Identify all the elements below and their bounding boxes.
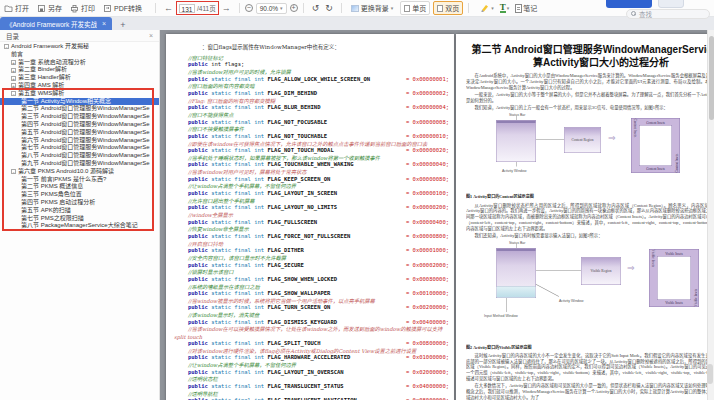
new-tab-button[interactable]: +	[120, 20, 125, 30]
bookmark-item[interactable]: 第二节 PKMS 概述信息	[0, 183, 159, 191]
bookmark-item[interactable]: 第八节 PackageManagerService大综合笔记	[0, 222, 159, 230]
next-page-button[interactable]: →	[222, 3, 231, 13]
bookmark-tree: -Android Framework 开发揭秘前言+第一章 系统启动流程分析+第…	[0, 42, 159, 400]
code-comment: //透明状态栏	[174, 376, 446, 383]
toolbar-separator	[468, 3, 469, 13]
code-comment: //让window占满整个手机屏幕，不留任何边界	[174, 361, 446, 368]
printer-icon	[70, 4, 79, 13]
page-number-input[interactable]: 131	[179, 4, 195, 13]
bookmark-item[interactable]: -Android Framework 开发揭秘	[0, 43, 159, 51]
bookmark-item[interactable]: 第六节 Android窗口管理服务WindowManagerSe	[0, 137, 159, 145]
text-color-tool[interactable]: T ▾	[500, 3, 510, 13]
save-as-button[interactable]: 另存	[37, 3, 62, 13]
code-comment: //锁屏时显示该窗口	[174, 268, 446, 275]
note-label: 笔记	[523, 3, 537, 13]
zoom-level-select[interactable]: 90.0%▾	[256, 3, 287, 14]
figure1-diagram: Status Bar Activity Window Content Regio…	[466, 112, 714, 192]
collapse-icon[interactable]: -	[11, 91, 16, 96]
bookmark-label: 第三节 Android窗口管理服务WindowManagerSe	[21, 113, 150, 121]
bookmark-item[interactable]: 第五节 APK的扫描	[0, 207, 159, 215]
open-button[interactable]: 打开	[4, 3, 29, 13]
bookmark-item[interactable]: +第三章 Handler解析	[0, 74, 159, 82]
bookmark-item[interactable]: 第五节 Android窗口管理服务WindowManagerSe	[0, 129, 159, 137]
bookmark-item[interactable]: 第三节 PKMS角色位置	[0, 191, 159, 199]
status-bar-strip	[497, 121, 536, 124]
bookmark-item[interactable]: +第二章 Binder解析	[0, 66, 159, 74]
rotate-left-button[interactable]: ↺	[312, 3, 320, 13]
tab-android-framework[interactable]: 《Android Framework 开发实战 ×	[0, 17, 112, 30]
diagram-line	[516, 162, 517, 167]
bookmark-label: 第七节 Android窗口管理服务WindowManagerSe	[21, 144, 150, 152]
content-insets-label-right: Content Insets	[673, 119, 679, 173]
bookmark-item[interactable]: -第五章 WMS解析	[0, 90, 159, 98]
code-flag-constant: public static final int FLAG_DITHER= 0x0…	[174, 247, 446, 254]
paragraph: 一般来说，Activity窗口的大小等于整个屏幕的大小，但是它并不占据着整块屏幕…	[466, 92, 714, 104]
bookmark-item[interactable]: +第四章 AMS 解析	[0, 82, 159, 90]
expand-icon[interactable]: +	[11, 60, 16, 65]
bookmark-item[interactable]: 前言	[0, 51, 159, 59]
document-view[interactable]: ：窗口flags显示属性在WindowManager中也有定义： //窗口特征标…	[160, 30, 714, 400]
zoom-out-icon[interactable]: −	[245, 4, 253, 12]
highlighter-icon	[480, 3, 490, 13]
highlighter-tool[interactable]: ▾	[480, 3, 494, 13]
bookmark-label: 第四节 Android窗口管理服务WindowManagerSe	[21, 121, 150, 129]
floating-scroll-widget[interactable]	[707, 364, 713, 384]
prev-page-button[interactable]: ←	[164, 3, 173, 13]
bookmark-label: 第一节 前言|PKMS 是什么东西?	[21, 176, 106, 184]
expand-icon[interactable]: +	[11, 68, 16, 73]
tab-close-icon[interactable]: ×	[102, 20, 106, 27]
code-flag-constant: public static final int FLAG_LAYOUT_NO_L…	[174, 204, 446, 211]
search-box[interactable]: 查找	[626, 9, 710, 19]
titlebar-primary-button[interactable]	[606, 0, 652, 8]
code-comment: //Flag: 窗口后面的所有内容都变模糊	[174, 97, 446, 104]
sidebar-close-icon[interactable]: ×	[149, 32, 153, 39]
bookmark-item[interactable]: 第八节 Android窗口管理服务WindowManagerSe	[0, 152, 159, 160]
bookmark-item[interactable]: 第一节 Activity与Window相关概念	[0, 98, 159, 106]
visible-region-box: Visible Region	[581, 257, 621, 285]
expand-icon[interactable]: +	[11, 83, 16, 88]
activity-window-box	[496, 120, 536, 162]
page-right-article: 第二节 Android窗口管理服务WindowManagerService 计算…	[456, 34, 714, 400]
bookmark-item[interactable]: 第四节 PKMS 启动过程分析	[0, 199, 159, 207]
code-comment: //当手机处于睡眠状态时，如果屏幕被按下，那么该window将第一个收到触摸事件	[174, 154, 446, 161]
bookmark-item[interactable]: 第二节 Android窗口管理服务WindowManagerSe	[0, 105, 159, 113]
code-flag-constant: public static final int FLAG_DISMISS_KEY…	[174, 318, 446, 325]
single-page-toggle[interactable]: 单页	[400, 1, 430, 15]
bookmark-item[interactable]: 第七节 PMS之权限扫描	[0, 215, 159, 223]
double-page-icon	[437, 5, 443, 12]
bookmark-item[interactable]: +第一章 系统启动流程分析	[0, 59, 159, 67]
bookmark-item[interactable]: 第四节 Android窗口管理服务WindowManagerSe	[0, 121, 159, 129]
vertical-scrollbar[interactable]	[707, 30, 714, 400]
scrollbar-thumb[interactable]	[709, 36, 714, 120]
pdf-convert-button[interactable]: PDF转换	[103, 3, 142, 13]
bookmark-item[interactable]: 第七节 Android窗口管理服务WindowManagerSe	[0, 144, 159, 152]
content-area-inner	[639, 125, 672, 166]
bookmark-label: 第七节 PMS之权限扫描	[21, 215, 84, 223]
change-background-button[interactable]: 更换背景 ▾	[347, 1, 398, 15]
bookmark-item[interactable]: -第六章 PKMS Android10.0 源码解读	[0, 168, 159, 176]
diagram-line	[506, 298, 507, 312]
double-page-toggle[interactable]: 双页	[433, 1, 463, 15]
print-button[interactable]: 打印	[70, 3, 95, 13]
code-comment: //对该window进行硬件渲染，该flag必须在Activity或Dialog…	[174, 347, 446, 354]
bookmark-item[interactable]: 第九节 Android窗口管理服务WindowManagerSe	[0, 160, 159, 168]
collapse-icon[interactable]: -	[11, 169, 16, 174]
expand-icon[interactable]: +	[11, 76, 16, 81]
bookmark-label: 第三章 Handler解析	[18, 74, 71, 82]
titlebar-secondary-button[interactable]	[658, 0, 684, 8]
chevron-down-icon: ▾	[280, 5, 283, 11]
content-insets-label-bottom: Content Insets	[632, 166, 680, 172]
rotate-right-button[interactable]: ↻	[325, 3, 333, 13]
code-comment: //window全屏显示	[174, 211, 446, 218]
bookmark-item[interactable]: 第一节 前言|PKMS 是什么东西?	[0, 176, 159, 184]
collapse-icon[interactable]: -	[4, 44, 9, 49]
bookmark-label: 前言	[11, 51, 23, 59]
arrow-icon: ⇒	[608, 135, 616, 141]
zoom-in-icon[interactable]: +	[290, 4, 298, 12]
code-comment: //窗口不能获得焦点	[174, 111, 446, 118]
note-tool[interactable]: 笔记	[515, 3, 537, 13]
note-icon	[515, 4, 522, 13]
bookmark-item[interactable]: 第三节 Android窗口管理服务WindowManagerSe	[0, 113, 159, 121]
section-title: 第二节 Android窗口管理服务WindowManagerService 计算…	[470, 44, 714, 69]
pdf-reader-window: 打开 另存 打印 PDF转换 ← 131 /411页 → − 90.0%▾ + …	[0, 0, 714, 400]
